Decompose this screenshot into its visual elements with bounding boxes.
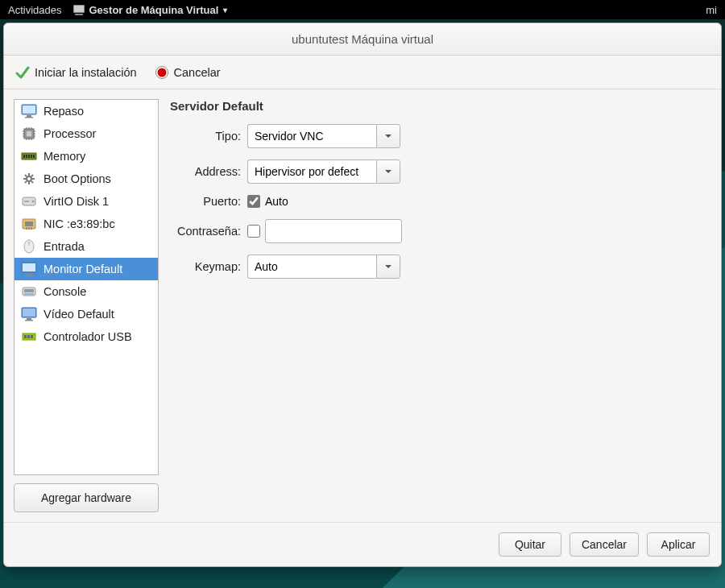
- toolbar: Iniciar la instalación Cancelar: [4, 56, 721, 89]
- begin-install-button[interactable]: Iniciar la instalación: [15, 65, 137, 80]
- field-address: Address: Hipervisor por defect: [170, 159, 711, 184]
- input-icon: [21, 239, 37, 254]
- address-combo-arrow[interactable]: [376, 159, 400, 184]
- begin-install-label: Iniciar la instalación: [35, 66, 137, 79]
- chevron-down-icon: [384, 263, 392, 271]
- hardware-item[interactable]: NIC :e3:89:bc: [14, 213, 158, 235]
- hardware-item-label: Vídeo Default: [44, 308, 114, 321]
- keymap-combo[interactable]: Auto: [247, 255, 400, 279]
- hardware-item[interactable]: VirtIO Disk 1: [14, 190, 158, 213]
- display-icon: [21, 262, 37, 276]
- activities-button[interactable]: Actividades: [8, 4, 61, 16]
- hardware-item[interactable]: Memory: [14, 145, 158, 168]
- port-auto-checkbox[interactable]: [247, 195, 260, 208]
- hardware-item[interactable]: Processor: [14, 122, 158, 145]
- hardware-item[interactable]: Controlador USB: [14, 325, 158, 348]
- port-auto-toggle[interactable]: Auto: [247, 195, 288, 208]
- stop-icon: [155, 65, 169, 80]
- hardware-sidebar: RepasoProcessorMemoryBoot OptionsVirtIO …: [14, 99, 159, 512]
- password-input[interactable]: [265, 219, 402, 243]
- keymap-combo-arrow[interactable]: [376, 255, 400, 279]
- chevron-down-icon: [384, 132, 392, 140]
- topbar-right-text: mi: [706, 4, 717, 16]
- virt-manager-icon: [72, 3, 85, 16]
- checkmark-icon: [15, 65, 30, 80]
- window-title: ubuntutest Máquina virtual: [292, 32, 433, 46]
- hardware-item-label: Boot Options: [44, 172, 111, 185]
- cancel-install-label: Cancelar: [174, 66, 221, 79]
- hardware-item-label: NIC :e3:89:bc: [44, 217, 115, 230]
- vm-window: ubuntutest Máquina virtual Iniciar la in…: [3, 23, 722, 567]
- footer: Quitar Cancelar Aplicar: [4, 522, 721, 566]
- cancel-install-button[interactable]: Cancelar: [155, 65, 221, 80]
- hardware-item[interactable]: Entrada: [14, 235, 158, 258]
- type-combo[interactable]: Servidor VNC: [247, 124, 400, 148]
- hardware-item-label: Entrada: [44, 240, 85, 253]
- nic-icon: [21, 217, 37, 231]
- hardware-item-label: Console: [44, 285, 86, 298]
- remove-button[interactable]: Quitar: [499, 532, 561, 557]
- cancel-button[interactable]: Cancelar: [570, 532, 639, 557]
- console-icon: [21, 284, 37, 299]
- field-type: Tipo: Servidor VNC: [170, 124, 711, 148]
- svg-point-3: [157, 68, 166, 77]
- usb-icon: [21, 329, 37, 344]
- gear-icon: [21, 172, 37, 186]
- hardware-item-label: VirtIO Disk 1: [44, 195, 109, 208]
- type-label: Tipo:: [170, 130, 247, 143]
- address-label: Address:: [170, 165, 247, 178]
- window-titlebar: ubuntutest Máquina virtual: [4, 23, 721, 56]
- port-auto-label: Auto: [265, 195, 288, 208]
- svg-rect-1: [74, 6, 84, 12]
- hardware-item-label: Memory: [44, 150, 85, 163]
- address-value: Hipervisor por defect: [247, 159, 376, 184]
- type-value: Servidor VNC: [247, 124, 376, 148]
- hardware-item[interactable]: Boot Options: [14, 168, 158, 190]
- hardware-item[interactable]: Repaso: [14, 100, 158, 122]
- field-keymap: Keymap: Auto: [170, 255, 711, 279]
- field-password: Contraseña:: [170, 219, 711, 243]
- password-enable-checkbox[interactable]: [247, 225, 260, 238]
- keymap-label: Keymap:: [170, 260, 247, 273]
- memory-icon: [21, 149, 37, 164]
- hardware-item-label: Processor: [44, 127, 96, 140]
- hardware-item[interactable]: Monitor Default: [14, 258, 158, 280]
- password-label: Contraseña:: [170, 225, 247, 238]
- add-hardware-button[interactable]: Agregar hardware: [14, 483, 159, 512]
- display-icon: [21, 104, 37, 118]
- disk-icon: [21, 194, 37, 209]
- hardware-item-label: Repaso: [44, 105, 84, 118]
- app-menu-label: Gestor de Máquina Virtual: [89, 4, 218, 16]
- chevron-down-icon: [384, 168, 392, 176]
- desktop-topbar: Actividades Gestor de Máquina Virtual ▾ …: [0, 0, 725, 19]
- address-combo[interactable]: Hipervisor por defect: [247, 159, 400, 184]
- hardware-item[interactable]: Console: [14, 280, 158, 303]
- video-icon: [21, 307, 37, 321]
- hardware-item-label: Monitor Default: [44, 263, 122, 275]
- cpu-icon: [21, 126, 37, 141]
- keymap-value: Auto: [247, 255, 376, 279]
- port-label: Puerto:: [170, 195, 247, 208]
- hardware-item[interactable]: Vídeo Default: [14, 303, 158, 325]
- type-combo-arrow[interactable]: [376, 124, 400, 148]
- field-port: Puerto: Auto: [170, 195, 711, 208]
- chevron-down-icon: ▾: [223, 6, 227, 14]
- detail-panel: Servidor Default Tipo: Servidor VNC Addr…: [170, 99, 711, 512]
- panel-title: Servidor Default: [170, 99, 711, 113]
- hardware-list[interactable]: RepasoProcessorMemoryBoot OptionsVirtIO …: [14, 99, 159, 475]
- hardware-item-label: Controlador USB: [44, 330, 132, 343]
- app-menu[interactable]: Gestor de Máquina Virtual ▾: [72, 3, 227, 16]
- apply-button[interactable]: Aplicar: [647, 532, 710, 557]
